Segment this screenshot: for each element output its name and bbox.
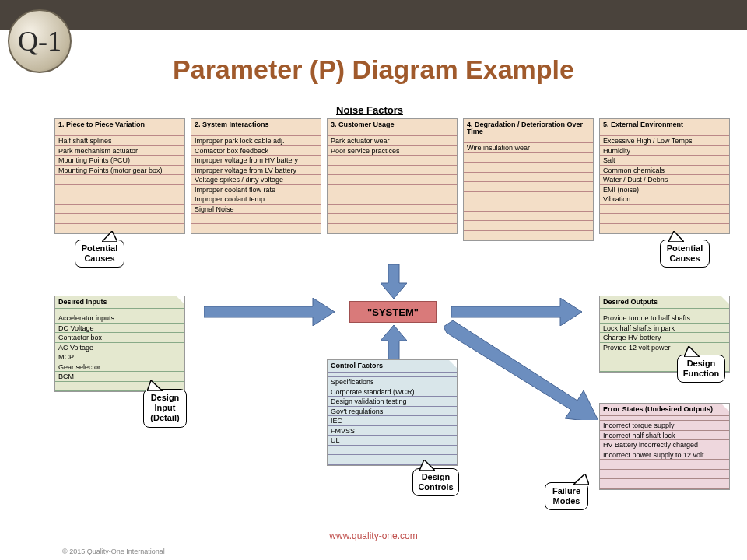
svg-marker-0 bbox=[381, 264, 407, 299]
card-row: Humidity bbox=[600, 146, 729, 156]
callout-text: Design Function bbox=[683, 359, 719, 378]
svg-marker-4 bbox=[444, 320, 599, 420]
svg-marker-5 bbox=[102, 231, 117, 242]
callout-text: Failure Modes bbox=[552, 486, 580, 506]
control-factors-card: Control Factors Specifications Corporate… bbox=[327, 359, 458, 466]
card-row: Salt bbox=[600, 156, 729, 166]
card-row: Gear selector bbox=[55, 362, 184, 373]
svg-marker-1 bbox=[381, 325, 407, 359]
card-header: 4. Degradation / Deterioration Over Time bbox=[464, 119, 593, 138]
callout-design-function: Design Function bbox=[677, 355, 725, 383]
card-row: Charge HV battery bbox=[600, 333, 729, 343]
card-row: Incorrect torque supply bbox=[600, 421, 729, 431]
card-row: Improper voltage from LV battery bbox=[191, 166, 321, 176]
card-row: Common chemicals bbox=[600, 166, 729, 176]
card-header: 2. System Interactions bbox=[191, 119, 321, 131]
card-row: Specifications bbox=[328, 377, 457, 387]
card-row: MCP bbox=[55, 352, 184, 362]
card-row: Provide torque to half shafts bbox=[600, 313, 729, 324]
card-row: FMVSS bbox=[328, 426, 457, 436]
card-row: IEC bbox=[328, 416, 457, 426]
card-row: EMI (noise) bbox=[600, 185, 729, 195]
card-header: Desired Inputs bbox=[55, 296, 184, 309]
copyright: © 2015 Quality-One International bbox=[62, 548, 165, 555]
desired-inputs-card: Desired Inputs Accelerator inputs DC Vol… bbox=[54, 296, 185, 392]
noise-factors-label: Noise Factors bbox=[336, 104, 403, 116]
card-header: 5. External Environment bbox=[600, 119, 729, 131]
arrow-right-icon bbox=[204, 298, 335, 326]
noise-card-4: 4. Degradation / Deterioration Over Time… bbox=[463, 118, 594, 241]
card-row: Incorrect half shaft lock bbox=[600, 431, 729, 441]
callout-potential-causes-left: Potential Causes bbox=[75, 240, 124, 268]
noise-card-2: 2. System Interactions Improper park loc… bbox=[191, 118, 321, 234]
card-row: BCM bbox=[55, 372, 184, 382]
card-row: Improper coolant temp bbox=[191, 194, 321, 205]
card-row: Improper park lock cable adj. bbox=[191, 136, 321, 146]
card-row: AC Voltage bbox=[55, 343, 184, 353]
card-row: Contactor box feedback bbox=[191, 146, 321, 156]
card-row: UL bbox=[328, 436, 457, 446]
svg-marker-9 bbox=[684, 346, 700, 357]
card-row: Improper coolant flow rate bbox=[191, 185, 321, 195]
noise-card-5: 5. External Environment Excessive High /… bbox=[599, 118, 730, 234]
callout-design-controls: Design Controls bbox=[412, 468, 459, 496]
callout-potential-causes-right: Potential Causes bbox=[660, 240, 710, 268]
card-row: Improper voltage from HV battery bbox=[191, 156, 321, 166]
card-row: Signal Noise bbox=[191, 205, 321, 215]
callout-text: Potential Causes bbox=[82, 243, 117, 263]
callout-text: Design Controls bbox=[418, 472, 453, 492]
callout-text: Potential Causes bbox=[667, 243, 703, 263]
card-row: Corporate standard (WCR) bbox=[328, 387, 457, 397]
card-header: 3. Customer Usage bbox=[328, 119, 457, 131]
card-header: Desired Outputs bbox=[600, 296, 729, 309]
svg-marker-7 bbox=[147, 380, 163, 391]
svg-marker-8 bbox=[419, 460, 435, 471]
card-row: Mounting Points (PCU) bbox=[55, 156, 184, 166]
card-row: Accelerator inputs bbox=[55, 313, 184, 324]
card-row: Lock half shafts in park bbox=[600, 324, 729, 334]
card-header: Error States (Undesired Outputs) bbox=[600, 404, 729, 416]
svg-marker-10 bbox=[573, 474, 589, 485]
callout-design-input: Design Input (Detail) bbox=[143, 389, 187, 428]
card-row: Incorrect power supply to 12 volt bbox=[600, 450, 729, 460]
callout-text: Design Input (Detail) bbox=[150, 393, 179, 422]
card-row: Poor service practices bbox=[328, 146, 457, 156]
card-row: DC Voltage bbox=[55, 324, 184, 334]
arrow-down-icon bbox=[381, 264, 407, 299]
callout-failure-modes: Failure Modes bbox=[545, 482, 588, 510]
system-box: "SYSTEM" bbox=[349, 301, 437, 323]
noise-card-1: 1. Piece to Piece Variation Half shaft s… bbox=[54, 118, 185, 234]
svg-marker-6 bbox=[668, 231, 684, 242]
card-row: Wire insulation wear bbox=[464, 143, 593, 153]
card-row: Excessive High / Low Temps bbox=[600, 136, 729, 146]
card-row: Mounting Points (motor gear box) bbox=[55, 166, 184, 176]
error-states-card: Error States (Undesired Outputs) Incorre… bbox=[599, 403, 730, 490]
card-row: HV Battery incorrectly charged bbox=[600, 440, 729, 450]
card-row: Contactor box bbox=[55, 333, 184, 343]
card-row: Voltage spikes / dirty voltage bbox=[191, 175, 321, 185]
svg-marker-2 bbox=[204, 298, 335, 326]
card-row: Design validation testing bbox=[328, 397, 457, 407]
page-title: Parameter (P) Diagram Example bbox=[0, 54, 747, 85]
arrow-diagonal-icon bbox=[444, 319, 599, 420]
card-row: Provide 12 volt power bbox=[600, 343, 729, 353]
top-bar bbox=[0, 0, 747, 30]
card-row: Vibration bbox=[600, 194, 729, 205]
card-row: Park mechanism actuator bbox=[55, 146, 184, 156]
card-header: 1. Piece to Piece Variation bbox=[55, 119, 184, 131]
card-header: Control Factors bbox=[328, 360, 457, 373]
card-row: Half shaft splines bbox=[55, 136, 184, 146]
noise-card-3: 3. Customer Usage Park actuator wear Poo… bbox=[327, 118, 458, 234]
arrow-up-icon bbox=[381, 325, 407, 359]
card-row: Gov't regulations bbox=[328, 407, 457, 417]
card-row: Water / Dust / Debris bbox=[600, 175, 729, 185]
card-row: Park actuator wear bbox=[328, 136, 457, 146]
footer-url: www.quality-one.com bbox=[0, 530, 747, 541]
